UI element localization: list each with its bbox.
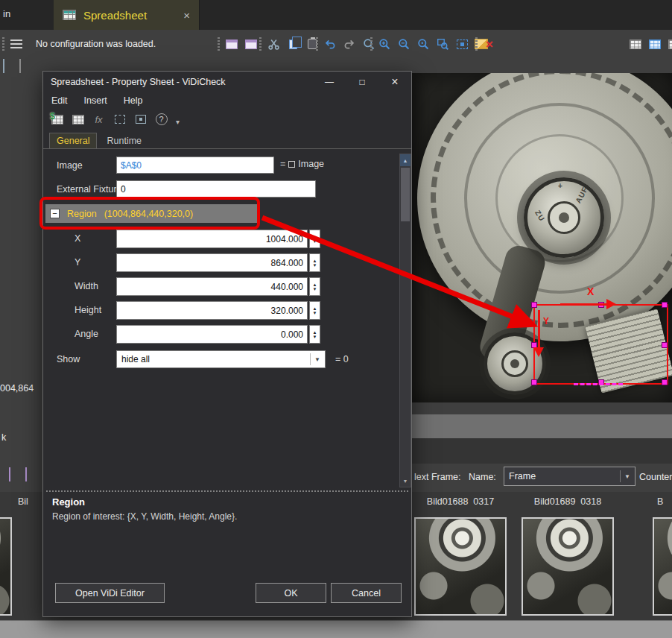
scroll-up-icon[interactable]: ▲ bbox=[400, 154, 411, 166]
zoom-out-icon[interactable] bbox=[396, 37, 411, 51]
region-group-label: Region bbox=[67, 209, 97, 219]
delete-red-x-icon[interactable]: × bbox=[482, 37, 497, 51]
ok-button[interactable]: OK bbox=[256, 583, 326, 603]
frame-tool-icon[interactable] bbox=[3, 60, 4, 73]
select-region-icon[interactable] bbox=[112, 112, 127, 127]
bottom-scrollbar[interactable] bbox=[0, 620, 672, 638]
zoom-in-icon[interactable] bbox=[377, 37, 392, 51]
menu-help[interactable]: Help bbox=[115, 95, 151, 106]
region-handle[interactable] bbox=[662, 342, 668, 348]
table-view-alt-icon[interactable] bbox=[667, 37, 672, 51]
tab-close-icon[interactable]: × bbox=[183, 10, 190, 21]
region-group-row[interactable]: − Region (1004,864,440,320,0) bbox=[45, 204, 260, 223]
minimize-icon[interactable]: — bbox=[313, 72, 346, 92]
scrollbar-thumb[interactable] bbox=[401, 168, 410, 221]
spinner-down-icon[interactable]: ▼ bbox=[313, 287, 317, 291]
undo-icon[interactable] bbox=[323, 37, 337, 51]
angle-spinner[interactable]: ▲▼ bbox=[309, 325, 320, 344]
height-input[interactable]: 320.000 bbox=[116, 301, 308, 320]
tab-spreadsheet[interactable]: Spreadsheet × bbox=[54, 0, 200, 30]
description-body: Region of interest: {X, Y, Width, Height… bbox=[52, 511, 237, 522]
zoom-fit-icon[interactable] bbox=[454, 37, 469, 51]
frame-window-icon[interactable] bbox=[224, 37, 239, 51]
frame-grab-alt-icon[interactable] bbox=[25, 468, 27, 481]
coordinate-readout: 004,864 bbox=[0, 383, 34, 394]
cut-icon[interactable] bbox=[266, 37, 281, 51]
toolbar-grip[interactable] bbox=[259, 37, 261, 51]
y-input[interactable]: 864.000 bbox=[116, 253, 308, 272]
x-input[interactable]: 1004.000 bbox=[116, 230, 308, 248]
thumbnail[interactable] bbox=[522, 517, 614, 616]
thumbnail-partial[interactable] bbox=[0, 517, 12, 616]
combo-arrow-icon[interactable]: ▼ bbox=[310, 353, 320, 365]
maximize-icon[interactable]: □ bbox=[346, 72, 378, 92]
expand-region-icon[interactable] bbox=[133, 112, 148, 127]
width-input[interactable]: 440.000 bbox=[116, 277, 308, 296]
scroll-down-icon[interactable]: ▼ bbox=[400, 475, 411, 487]
table-view-blue-icon[interactable] bbox=[647, 37, 662, 51]
show-combobox[interactable]: hide all ▼ bbox=[116, 350, 326, 368]
toolbar-overflow-icon[interactable]: ▾ bbox=[176, 118, 180, 126]
toolbar-grip[interactable] bbox=[316, 37, 318, 51]
image-input[interactable]: $A$0 bbox=[116, 157, 274, 174]
absolute-reference-icon[interactable]: $ bbox=[49, 112, 65, 127]
external-fixture-input[interactable]: 0 bbox=[116, 180, 316, 198]
function-icon[interactable]: fx bbox=[91, 112, 107, 127]
angle-input[interactable]: 0.000 bbox=[116, 325, 308, 344]
region-of-interest-box[interactable]: X Y bbox=[533, 304, 668, 385]
region-handle[interactable] bbox=[531, 379, 537, 385]
table-view-icon[interactable] bbox=[628, 37, 643, 51]
cell-table-icon[interactable] bbox=[70, 112, 86, 127]
help-icon[interactable]: ? bbox=[153, 112, 169, 127]
toolbar-grip[interactable] bbox=[370, 37, 373, 51]
copy-icon[interactable] bbox=[285, 37, 300, 51]
collapse-expander-icon[interactable]: − bbox=[50, 209, 60, 218]
acquired-image-view[interactable]: AUF ZU + X Y bbox=[412, 73, 672, 402]
height-label: Height bbox=[75, 305, 101, 315]
zoom-region-icon[interactable] bbox=[435, 37, 450, 51]
menu-edit[interactable]: Edit bbox=[43, 95, 76, 106]
counter-label: Counter: bbox=[639, 472, 672, 482]
toolbar-grip[interactable] bbox=[218, 37, 220, 51]
dialog-title: Spreadsheet - Property Sheet - ViDiCheck bbox=[43, 77, 226, 87]
region-handle[interactable] bbox=[662, 302, 668, 308]
zoom-actual-icon[interactable] bbox=[416, 37, 431, 51]
region-handle[interactable] bbox=[662, 379, 668, 385]
spinner-down-icon[interactable]: ▼ bbox=[313, 311, 317, 315]
frame-grab-icon[interactable] bbox=[9, 468, 10, 481]
redo-icon[interactable] bbox=[342, 37, 357, 51]
partial-tab-main[interactable]: in bbox=[3, 8, 10, 19]
grid-tool-icon[interactable] bbox=[19, 60, 21, 73]
thumbnail-label-clipped: B bbox=[653, 496, 672, 507]
y-label: Y bbox=[75, 257, 80, 268]
angle-value: 0.000 bbox=[281, 329, 303, 340]
toolbar-grip[interactable] bbox=[475, 37, 478, 51]
spinner-down-icon[interactable]: ▼ bbox=[313, 263, 317, 268]
application-window: in Spreadsheet × No configuration was lo… bbox=[0, 0, 672, 638]
layout-list-icon[interactable] bbox=[9, 37, 24, 51]
region-handle[interactable] bbox=[531, 302, 537, 308]
close-icon[interactable]: × bbox=[378, 72, 411, 92]
spinner-down-icon[interactable]: ▼ bbox=[313, 239, 317, 244]
tab-runtime[interactable]: Runtime bbox=[100, 133, 148, 148]
frame-window-alt-icon[interactable] bbox=[244, 37, 259, 51]
thumbnail-label: Bild01689 0318 bbox=[522, 496, 614, 507]
y-spinner[interactable]: ▲▼ bbox=[309, 253, 320, 272]
open-vidi-editor-button[interactable]: Open ViDi Editor bbox=[55, 583, 165, 603]
toolbar-group-zoom bbox=[370, 36, 489, 52]
property-scrollbar[interactable]: ▲ ▼ bbox=[399, 154, 411, 487]
combo-arrow-icon[interactable]: ▼ bbox=[620, 470, 630, 482]
toolbar-grip[interactable] bbox=[2, 37, 4, 51]
splitter-band[interactable] bbox=[412, 414, 672, 438]
thumbnail[interactable] bbox=[653, 517, 672, 616]
tab-general[interactable]: General bbox=[49, 133, 97, 148]
menu-insert[interactable]: Insert bbox=[76, 95, 115, 106]
x-spinner[interactable]: ▲▼ bbox=[309, 230, 320, 248]
frame-name-combobox[interactable]: Frame ▼ bbox=[504, 467, 635, 486]
dialog-titlebar[interactable]: Spreadsheet - Property Sheet - ViDiCheck… bbox=[43, 72, 411, 92]
cancel-button[interactable]: Cancel bbox=[331, 583, 402, 603]
height-spinner[interactable]: ▲▼ bbox=[309, 301, 320, 320]
thumbnail[interactable] bbox=[414, 517, 507, 616]
spinner-down-icon[interactable]: ▼ bbox=[313, 335, 317, 339]
width-spinner[interactable]: ▲▼ bbox=[309, 277, 320, 296]
